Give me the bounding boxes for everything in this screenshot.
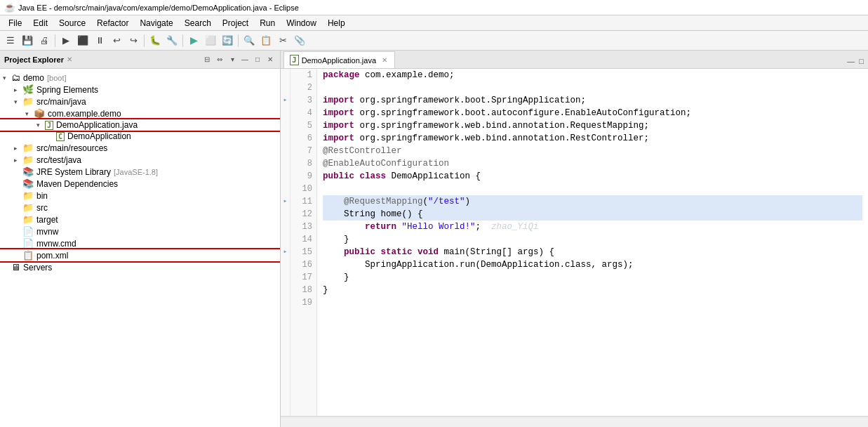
code-editor[interactable]: ▸▸▸ 12345678910111213141516171819 packag…: [281, 69, 868, 416]
code-text: DemoApplication {: [386, 170, 481, 183]
toolbar-btn-4[interactable]: ▶: [58, 33, 74, 48]
toolbar-btn-10[interactable]: 🔧: [164, 33, 180, 48]
line-number-7: 7: [295, 145, 312, 157]
project-explorer-header: Project Explorer ✕ ⊟ ⇔ ▾ — □ ✕: [0, 51, 280, 69]
toolbar-btn-17[interactable]: 📎: [292, 33, 307, 48]
menu-item-project[interactable]: Project: [217, 15, 254, 30]
menu-item-help[interactable]: Help: [322, 15, 351, 30]
expand-arrow: ▸: [14, 157, 22, 164]
file-icon: 📁: [22, 96, 34, 107]
toolbar-btn-1[interactable]: ☰: [3, 33, 18, 48]
line-number-11: 11: [295, 195, 312, 208]
gutter-line-5: [281, 119, 290, 132]
toolbar-btn-15[interactable]: 📋: [258, 33, 274, 48]
tree-item-mvnw[interactable]: 📄mvnw: [0, 225, 280, 237]
sep2: [144, 34, 145, 47]
tree-item-target[interactable]: 📁target: [0, 214, 280, 225]
toolbar-btn-14[interactable]: 🔍: [241, 33, 257, 48]
close-panel-btn[interactable]: ✕: [265, 54, 276, 65]
tree-label: Spring Elements: [36, 85, 98, 95]
demo-application-tab[interactable]: J DemoApplication.java ✕: [283, 51, 395, 68]
toolbar-btn-11[interactable]: ▶: [186, 33, 201, 48]
file-icon: J: [45, 121, 53, 130]
file-tree: ▾🗂demo [boot]▸🌿Spring Elements▾📁src/main…: [0, 69, 280, 427]
tree-item-mvnwcmd[interactable]: 📄mvnw.cmd: [0, 237, 280, 249]
tree-label: com.example.demo: [48, 109, 121, 119]
file-icon: 📚: [22, 178, 34, 189]
menu-item-refactor[interactable]: Refactor: [91, 15, 134, 30]
tab-close-btn[interactable]: ✕: [382, 56, 387, 64]
tree-item-spring[interactable]: ▸🌿Spring Elements: [0, 84, 280, 96]
gutter-line-8: [281, 157, 290, 170]
link-editor-btn[interactable]: ⇔: [214, 54, 225, 65]
code-text: [375, 246, 381, 258]
sep1: [55, 34, 55, 47]
toolbar: ☰ 💾 🖨 ▶ ⬛ ⏸ ↩ ↪ 🐛 🔧 ▶ ⬜ 🔄 🔍 📋 ✂ 📎: [0, 31, 868, 51]
menu-item-source[interactable]: Source: [53, 15, 91, 30]
tree-item-DemoApplication[interactable]: CDemoApplication: [0, 131, 280, 142]
tree-item-demo[interactable]: ▾🗂demo [boot]: [0, 72, 280, 84]
tree-item-srctestjava[interactable]: ▸📁src/test/java: [0, 154, 280, 166]
menu-item-window[interactable]: Window: [281, 15, 322, 30]
tree-label: demo: [23, 73, 44, 83]
editor-minimize-btn[interactable]: —: [846, 55, 856, 67]
tree-label: DemoApplication: [67, 131, 131, 141]
menu-item-search[interactable]: Search: [179, 15, 217, 30]
tree-item-srcmainresources[interactable]: ▸📁src/main/resources: [0, 142, 280, 154]
code-content[interactable]: package com.example.demo;import org.spri…: [317, 69, 868, 416]
tree-item-maven[interactable]: 📚Maven Dependencies: [0, 178, 280, 190]
code-line-11: @RequestMapping("/test"): [323, 195, 862, 208]
code-text: [354, 170, 360, 183]
toolbar-btn-2[interactable]: 💾: [20, 33, 35, 48]
tree-item-DemoApplicationjava[interactable]: ▾JDemoApplication.java: [0, 119, 280, 131]
breakpoint-gutter: ▸▸▸: [281, 69, 291, 416]
code-line-12: String home() {: [323, 208, 862, 221]
toolbar-btn-9[interactable]: 🐛: [147, 33, 163, 48]
tree-label: pom.xml: [36, 251, 68, 261]
gutter-line-6: [281, 132, 290, 145]
line-number-19: 19: [295, 296, 312, 309]
collapse-all-btn[interactable]: ⊟: [201, 54, 213, 65]
file-icon: 📁: [22, 155, 34, 165]
toolbar-btn-7[interactable]: ↩: [109, 33, 124, 48]
menu-item-run[interactable]: Run: [254, 15, 281, 30]
file-icon: 🖥: [11, 262, 20, 272]
tree-item-srcmainjava[interactable]: ▾📁src/main/java: [0, 96, 280, 107]
code-text: main(String[] args) {: [439, 246, 554, 258]
toolbar-btn-12[interactable]: ⬜: [203, 33, 218, 48]
code-text: [323, 246, 344, 258]
toolbar-btn-13[interactable]: 🔄: [220, 33, 235, 48]
code-line-17: }: [323, 271, 862, 284]
toolbar-btn-8[interactable]: ↪: [126, 33, 141, 48]
code-line-19: [323, 296, 862, 309]
toolbar-btn-16[interactable]: ✂: [275, 33, 291, 48]
view-menu-btn[interactable]: ▾: [227, 54, 238, 65]
file-icon: 📄: [22, 226, 34, 237]
toolbar-btn-3[interactable]: 🖨: [36, 33, 52, 48]
menu-item-navigate[interactable]: Navigate: [134, 15, 178, 30]
menu-item-file[interactable]: File: [3, 15, 27, 30]
toolbar-btn-6[interactable]: ⏸: [92, 33, 107, 48]
gutter-line-10: [281, 183, 290, 195]
tree-item-src[interactable]: 📁src: [0, 202, 280, 214]
string: "Hello World!": [402, 221, 476, 233]
menu-item-edit[interactable]: Edit: [27, 15, 53, 30]
line-number-12: 12: [295, 208, 312, 221]
keyword: import: [323, 119, 354, 132]
editor-maximize-btn[interactable]: □: [857, 55, 865, 67]
keyword: public: [323, 170, 354, 183]
sep3: [182, 34, 183, 47]
tree-item-pomxml[interactable]: 📋pom.xml: [0, 249, 280, 261]
tree-item-jre[interactable]: 📚JRE System Library [JavaSE-1.8]: [0, 166, 280, 178]
maximize-btn[interactable]: □: [252, 54, 263, 65]
file-icon: C: [56, 132, 65, 141]
expand-arrow: ▾: [25, 110, 34, 117]
tree-item-bin[interactable]: 📁bin: [0, 190, 280, 202]
gutter-line-11: ▸: [281, 195, 290, 208]
minimize-btn[interactable]: —: [239, 54, 251, 65]
line-number-16: 16: [295, 258, 312, 271]
toolbar-btn-5[interactable]: ⬛: [75, 33, 91, 48]
tree-item-comexampledemo[interactable]: ▾📦com.example.demo: [0, 107, 280, 119]
keyword: public: [344, 246, 375, 258]
tree-item-servers[interactable]: 🖥Servers: [0, 261, 280, 273]
